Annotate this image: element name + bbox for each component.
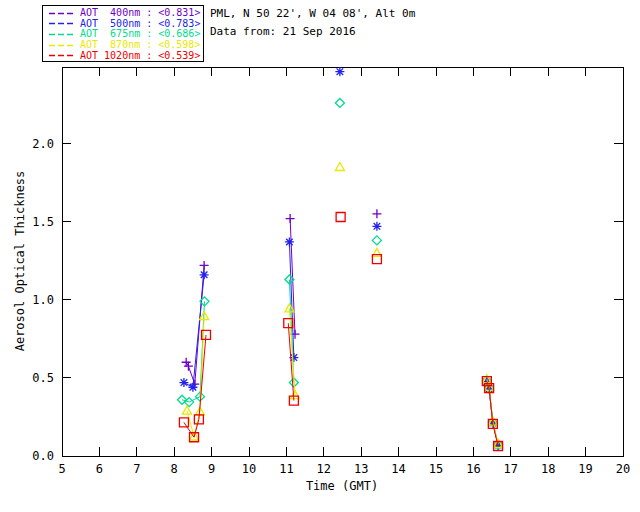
x-tick-label: 8 bbox=[171, 462, 178, 476]
plus-marker bbox=[182, 358, 191, 367]
square-marker bbox=[336, 212, 345, 221]
dashed-line-icon bbox=[48, 11, 75, 16]
station-info: PML, N 50 22', W 04 08', Alt 0m bbox=[210, 7, 415, 20]
plus-marker bbox=[286, 214, 295, 223]
aot-time-series-chart: 5678910111213141516171819200.00.51.01.52… bbox=[0, 0, 640, 512]
plus-marker bbox=[184, 362, 193, 371]
x-tick-label: 19 bbox=[578, 462, 592, 476]
x-tick-label: 10 bbox=[242, 462, 256, 476]
legend-box: AOT 400nm : <0.831> AOT 500nm : <0.783> … bbox=[42, 5, 204, 62]
y-tick-label: 1.5 bbox=[32, 215, 54, 229]
x-tick-label: 13 bbox=[354, 462, 368, 476]
asterisk-marker bbox=[200, 270, 209, 279]
series-aot-400nm bbox=[182, 209, 503, 450]
plus-marker bbox=[200, 261, 209, 270]
legend-item-1020nm: AOT 1020nm : <0.539> bbox=[48, 50, 203, 61]
date-info: Data from: 21 Sep 2016 bbox=[210, 25, 356, 38]
legend-item-400nm: AOT 400nm : <0.831> bbox=[48, 8, 203, 19]
x-tick-label: 20 bbox=[616, 462, 630, 476]
asterisk-marker bbox=[372, 222, 381, 231]
dashed-line-icon bbox=[48, 32, 75, 37]
y-axis-title: Aerosol Optical Thickness bbox=[13, 171, 27, 352]
plot-canvas: 5678910111213141516171819200.00.51.01.52… bbox=[0, 0, 640, 512]
dashed-line-icon bbox=[48, 21, 75, 26]
dashed-line-icon bbox=[48, 43, 75, 48]
x-tick-label: 17 bbox=[504, 462, 518, 476]
legend-label: AOT 870nm : <0.598> bbox=[80, 40, 200, 50]
legend-item-870nm: AOT 870nm : <0.598> bbox=[48, 40, 203, 51]
diamond-marker bbox=[335, 98, 344, 107]
x-tick-label: 14 bbox=[391, 462, 405, 476]
asterisk-marker bbox=[285, 237, 294, 246]
x-tick-label: 6 bbox=[96, 462, 103, 476]
series-aot-500nm bbox=[179, 67, 502, 449]
triangle-marker bbox=[182, 406, 191, 414]
asterisk-marker bbox=[179, 378, 188, 387]
triangle-marker bbox=[335, 162, 344, 170]
x-tick-label: 16 bbox=[466, 462, 480, 476]
dashed-line-icon bbox=[48, 53, 75, 58]
x-tick-label: 5 bbox=[58, 462, 65, 476]
x-tick-label: 12 bbox=[317, 462, 331, 476]
asterisk-marker bbox=[188, 383, 197, 392]
x-tick-label: 18 bbox=[541, 462, 555, 476]
series-aot-870nm bbox=[182, 162, 502, 447]
x-tick-label: 9 bbox=[208, 462, 215, 476]
x-tick-label: 11 bbox=[279, 462, 293, 476]
y-tick-label: 2.0 bbox=[32, 137, 54, 151]
legend-label: AOT 400nm : <0.831> bbox=[80, 8, 200, 18]
x-tick-label: 15 bbox=[429, 462, 443, 476]
plot-axes: 5678910111213141516171819200.00.51.01.52… bbox=[32, 67, 630, 476]
x-tick-label: 7 bbox=[133, 462, 140, 476]
series-aot-675nm bbox=[178, 98, 503, 449]
asterisk-marker bbox=[335, 67, 344, 76]
y-tick-label: 1.0 bbox=[32, 293, 54, 307]
y-tick-label: 0.5 bbox=[32, 371, 54, 385]
plot-frame bbox=[62, 67, 623, 456]
x-axis-title: Time (GMT) bbox=[306, 479, 378, 493]
legend-label: AOT 675nm : <0.686> bbox=[80, 29, 200, 39]
legend-label: AOT 500nm : <0.783> bbox=[80, 19, 200, 29]
plus-marker bbox=[372, 209, 381, 218]
diamond-marker bbox=[372, 236, 381, 245]
plot-series bbox=[178, 67, 503, 450]
legend-label: AOT 1020nm : <0.539> bbox=[80, 51, 200, 61]
series-aot-1020nm bbox=[179, 212, 502, 450]
y-tick-label: 0.0 bbox=[32, 449, 54, 463]
